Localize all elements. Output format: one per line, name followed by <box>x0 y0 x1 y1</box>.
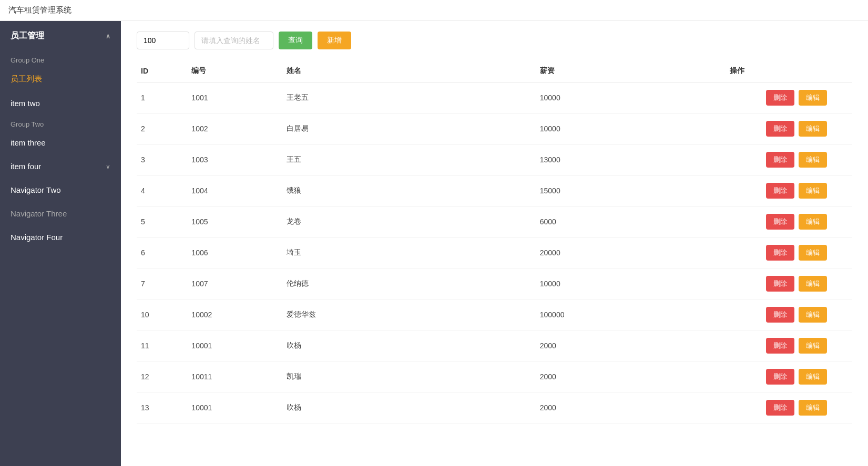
cell-salary: 10000 <box>536 113 726 144</box>
sidebar-item-employee-list[interactable]: 员工列表 <box>0 67 121 91</box>
cell-num: 10001 <box>187 392 282 423</box>
edit-button[interactable]: 编辑 <box>799 369 827 385</box>
delete-button[interactable]: 删除 <box>766 276 794 292</box>
cell-name: 爱德华兹 <box>282 299 536 330</box>
cell-num: 1002 <box>187 113 282 144</box>
cell-id: 1 <box>137 82 187 113</box>
edit-button[interactable]: 编辑 <box>799 338 827 354</box>
cell-name: 埼玉 <box>282 237 536 268</box>
cell-ops: 删除 编辑 <box>726 113 852 144</box>
delete-button[interactable]: 删除 <box>766 121 794 137</box>
cell-name: 饿狼 <box>282 175 536 206</box>
col-header-id: ID <box>137 60 187 82</box>
cell-name: 白居易 <box>282 113 536 144</box>
cell-num: 10002 <box>187 299 282 330</box>
sidebar-item-label: Navigator Four <box>11 233 63 242</box>
edit-button[interactable]: 编辑 <box>799 121 827 137</box>
cell-salary: 2000 <box>536 392 726 423</box>
query-button[interactable]: 查询 <box>279 32 312 49</box>
cell-salary: 10000 <box>536 268 726 299</box>
cell-salary: 10000 <box>536 82 726 113</box>
sidebar-group-two-label: Group Two <box>0 115 121 131</box>
sidebar-item-nav-two[interactable]: Navigator Two <box>0 178 121 202</box>
delete-button[interactable]: 删除 <box>766 90 794 106</box>
cell-salary: 15000 <box>536 175 726 206</box>
sidebar-item-label: item four <box>11 162 41 171</box>
delete-button[interactable]: 删除 <box>766 400 794 416</box>
cell-num: 1005 <box>187 206 282 237</box>
cell-ops: 删除 编辑 <box>726 237 852 268</box>
name-search-input[interactable] <box>195 32 273 49</box>
cell-num: 1004 <box>187 175 282 206</box>
cell-salary: 100000 <box>536 299 726 330</box>
cell-ops: 删除 编辑 <box>726 361 852 392</box>
cell-id: 11 <box>137 330 187 361</box>
table-row: 3 1003 王五 13000 删除 编辑 <box>137 144 852 175</box>
cell-ops: 删除 编辑 <box>726 299 852 330</box>
delete-button[interactable]: 删除 <box>766 183 794 199</box>
app-layout: 员工管理 ∧ Group One 员工列表 item two Group Two… <box>0 21 868 466</box>
cell-name: 凯瑞 <box>282 361 536 392</box>
sidebar-item-four[interactable]: item four ∨ <box>0 154 121 178</box>
sidebar-item-nav-three[interactable]: Navigator Three <box>0 202 121 225</box>
sidebar-item-nav-four[interactable]: Navigator Four <box>0 225 121 249</box>
sidebar-group-one-label: Group One <box>0 51 121 67</box>
edit-button[interactable]: 编辑 <box>799 276 827 292</box>
table-body: 1 1001 王老五 10000 删除 编辑 2 1002 白居易 10000 … <box>137 82 852 423</box>
sidebar-menu-title[interactable]: 员工管理 ∧ <box>0 21 121 51</box>
edit-button[interactable]: 编辑 <box>799 214 827 230</box>
app-title: 汽车租赁管理系统 <box>8 5 72 14</box>
cell-num: 1003 <box>187 144 282 175</box>
cell-id: 2 <box>137 113 187 144</box>
sidebar-menu-label: 员工管理 <box>11 30 44 42</box>
cell-num: 10001 <box>187 330 282 361</box>
col-header-ops: 操作 <box>726 60 852 82</box>
col-header-name: 姓名 <box>282 60 536 82</box>
delete-button[interactable]: 删除 <box>766 307 794 323</box>
edit-button[interactable]: 编辑 <box>799 400 827 416</box>
cell-num: 1007 <box>187 268 282 299</box>
id-input[interactable] <box>137 32 189 49</box>
sidebar-item-label: Navigator Three <box>11 209 67 218</box>
table-row: 6 1006 埼玉 20000 删除 编辑 <box>137 237 852 268</box>
edit-button[interactable]: 编辑 <box>799 245 827 261</box>
main-content: 查询 新增 ID 编号 姓名 薪资 操作 1 1001 王老五 10000 删除… <box>121 21 868 466</box>
app-header: 汽车租赁管理系统 <box>0 0 868 21</box>
edit-button[interactable]: 编辑 <box>799 152 827 168</box>
chevron-up-icon: ∧ <box>106 33 110 40</box>
col-header-num: 编号 <box>187 60 282 82</box>
delete-button[interactable]: 删除 <box>766 369 794 385</box>
edit-button[interactable]: 编辑 <box>799 307 827 323</box>
table-row: 11 10001 吹杨 2000 删除 编辑 <box>137 330 852 361</box>
edit-button[interactable]: 编辑 <box>799 183 827 199</box>
delete-button[interactable]: 删除 <box>766 152 794 168</box>
delete-button[interactable]: 删除 <box>766 338 794 354</box>
cell-id: 10 <box>137 299 187 330</box>
cell-salary: 2000 <box>536 330 726 361</box>
cell-name: 王五 <box>282 144 536 175</box>
sidebar-item-three[interactable]: item three <box>0 131 121 154</box>
cell-id: 12 <box>137 361 187 392</box>
table-row: 2 1002 白居易 10000 删除 编辑 <box>137 113 852 144</box>
table-header: ID 编号 姓名 薪资 操作 <box>137 60 852 82</box>
cell-num: 1001 <box>187 82 282 113</box>
cell-name: 伦纳德 <box>282 268 536 299</box>
cell-name: 吹杨 <box>282 330 536 361</box>
cell-num: 1006 <box>187 237 282 268</box>
sidebar-item-two[interactable]: item two <box>0 91 121 115</box>
table-row: 12 10011 凯瑞 2000 删除 编辑 <box>137 361 852 392</box>
toolbar: 查询 新增 <box>137 32 852 49</box>
sidebar-item-label: 员工列表 <box>11 74 42 84</box>
table-row: 4 1004 饿狼 15000 删除 编辑 <box>137 175 852 206</box>
edit-button[interactable]: 编辑 <box>799 90 827 106</box>
cell-ops: 删除 编辑 <box>726 82 852 113</box>
delete-button[interactable]: 删除 <box>766 245 794 261</box>
cell-id: 5 <box>137 206 187 237</box>
cell-id: 6 <box>137 237 187 268</box>
sidebar-item-label: Navigator Two <box>11 185 61 194</box>
cell-ops: 删除 编辑 <box>726 175 852 206</box>
cell-num: 10011 <box>187 361 282 392</box>
sidebar: 员工管理 ∧ Group One 员工列表 item two Group Two… <box>0 21 121 466</box>
add-button[interactable]: 新增 <box>318 32 351 49</box>
delete-button[interactable]: 删除 <box>766 214 794 230</box>
